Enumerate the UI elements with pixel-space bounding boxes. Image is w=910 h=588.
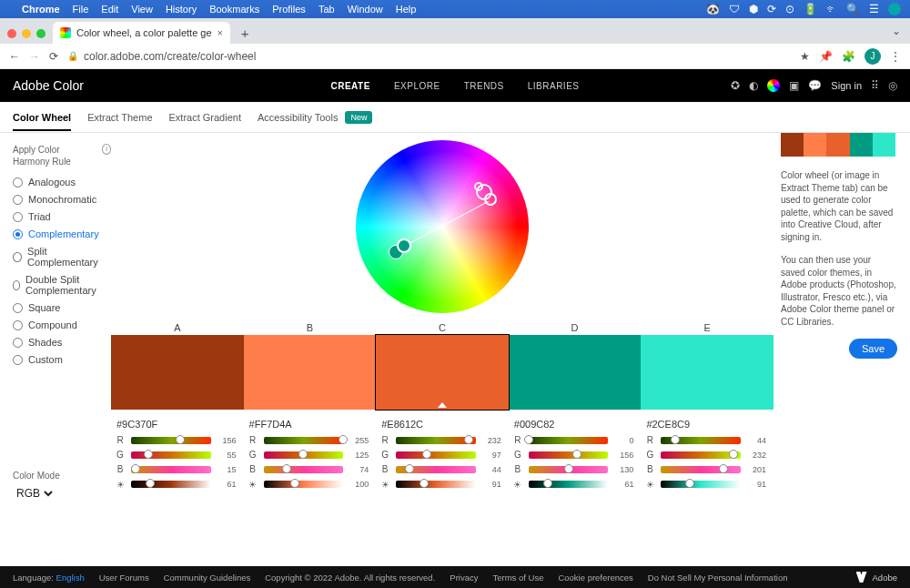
subnav-extract-theme[interactable]: Extract Theme [87, 112, 152, 123]
channel-value[interactable]: 44 [481, 465, 501, 474]
harmony-rule-split-complementary[interactable]: Split Complementary [13, 246, 111, 268]
channel-value[interactable]: 156 [217, 436, 237, 445]
footer-language[interactable]: Language: English [13, 573, 85, 583]
slider-thumb[interactable] [464, 435, 473, 444]
app-brand[interactable]: Adobe Color [13, 78, 84, 93]
channel-slider[interactable] [131, 437, 211, 444]
mini-swatch[interactable] [781, 133, 804, 157]
subnav-color-wheel[interactable]: Color Wheel [13, 112, 71, 131]
channel-value[interactable]: 201 [746, 465, 766, 474]
forward-button[interactable]: → [29, 50, 40, 63]
channel-slider[interactable] [264, 481, 344, 488]
footer-link[interactable]: Cookie preferences [558, 573, 632, 583]
channel-slider[interactable] [264, 466, 344, 473]
hex-value[interactable]: #9C370F [111, 419, 244, 430]
channel-slider[interactable] [529, 451, 609, 459]
channel-value[interactable]: 156 [613, 451, 633, 460]
slider-thumb[interactable] [729, 450, 738, 459]
channel-slider[interactable] [396, 466, 476, 473]
wheel-handle[interactable] [484, 193, 497, 206]
menu-item[interactable]: Chrome [22, 4, 60, 15]
channel-value[interactable]: 15 [217, 465, 237, 474]
harmony-rule-double-split-complementary[interactable]: Double Split Complementary [13, 274, 111, 296]
minimize-window-icon[interactable] [22, 29, 31, 38]
menu-item[interactable]: Profiles [272, 4, 306, 15]
swatch[interactable] [641, 335, 774, 410]
hex-value[interactable]: #E8612C [376, 419, 509, 430]
channel-slider[interactable] [264, 451, 344, 459]
harmony-rule-triad[interactable]: Triad [13, 211, 111, 222]
slider-thumb[interactable] [339, 435, 348, 444]
mini-swatch[interactable] [826, 133, 849, 157]
footer-link[interactable]: Privacy [450, 573, 478, 583]
wifi-icon[interactable]: ᯤ [826, 3, 837, 15]
menu-item[interactable]: Help [396, 4, 417, 15]
status-icon[interactable]: ⊙ [785, 3, 794, 15]
slider-thumb[interactable] [146, 479, 155, 488]
channel-slider[interactable] [661, 437, 741, 444]
slider-thumb[interactable] [290, 479, 299, 488]
fullscreen-window-icon[interactable] [36, 29, 46, 38]
channel-slider[interactable] [661, 451, 741, 459]
channel-slider[interactable] [661, 466, 741, 473]
footer-link[interactable]: User Forums [99, 573, 149, 583]
channel-value[interactable]: 74 [349, 465, 369, 474]
hex-value[interactable]: #2CE8C9 [641, 419, 774, 430]
channel-value[interactable]: 0 [613, 436, 633, 445]
chat-icon[interactable]: 💬 [808, 79, 822, 92]
apps-icon[interactable]: ⠿ [871, 79, 879, 92]
signin-link[interactable]: Sign in [831, 80, 862, 91]
slider-thumb[interactable] [524, 435, 533, 444]
slider-thumb[interactable] [282, 464, 291, 473]
subnav-accessibility[interactable]: Accessibility Tools [258, 112, 338, 123]
harmony-rule-monochromatic[interactable]: Monochromatic [13, 194, 111, 205]
window-controls[interactable] [7, 29, 46, 38]
status-icon[interactable]: 🐼 [706, 3, 720, 15]
slider-thumb[interactable] [685, 479, 694, 488]
channel-value[interactable]: 130 [613, 465, 633, 474]
mini-swatch[interactable] [804, 133, 826, 157]
footer-link[interactable]: Community Guidelines [164, 573, 251, 583]
lock-icon[interactable]: 🔒 [67, 51, 78, 61]
spotlight-icon[interactable]: 🔍 [846, 3, 860, 15]
menu-item[interactable]: Bookmarks [209, 4, 259, 15]
slider-thumb[interactable] [543, 479, 552, 488]
tabstrip-chevron-icon[interactable]: ⌄ [892, 25, 901, 37]
channel-slider[interactable] [396, 481, 476, 488]
pinterest-icon[interactable]: 📌 [819, 50, 833, 63]
channel-value[interactable]: 44 [746, 436, 766, 445]
browser-tab[interactable]: Color wheel, a color palette ge × [53, 22, 230, 44]
back-button[interactable]: ← [9, 50, 20, 63]
mini-swatch[interactable] [873, 133, 895, 157]
channel-slider[interactable] [529, 481, 609, 488]
close-window-icon[interactable] [7, 29, 16, 38]
nav-libraries[interactable]: LIBRARIES [528, 81, 580, 91]
channel-value[interactable]: 100 [349, 480, 369, 489]
harmony-rule-compound[interactable]: Compound [13, 319, 111, 330]
swatch[interactable] [244, 335, 377, 410]
square-icon[interactable]: ▣ [789, 79, 799, 92]
status-icon[interactable]: ⬢ [749, 3, 758, 15]
channel-slider[interactable] [396, 451, 476, 459]
harmony-rule-square[interactable]: Square [13, 302, 111, 313]
status-icon[interactable]: 🛡 [729, 3, 740, 15]
slider-thumb[interactable] [176, 435, 185, 444]
nav-trends[interactable]: TRENDS [464, 81, 504, 91]
subnav-extract-gradient[interactable]: Extract Gradient [169, 112, 241, 123]
channel-slider[interactable] [264, 437, 344, 444]
channel-slider[interactable] [661, 481, 741, 488]
channel-value[interactable]: 232 [746, 451, 766, 460]
menu-item[interactable]: Window [348, 4, 383, 15]
channel-slider[interactable] [131, 466, 211, 473]
nav-create[interactable]: CREATE [331, 81, 370, 91]
color-wheel[interactable] [356, 140, 529, 313]
slider-thumb[interactable] [144, 450, 153, 459]
status-icon[interactable]: ⟳ [767, 3, 776, 15]
footer-link[interactable]: Do Not Sell My Personal Information [648, 573, 788, 583]
channel-value[interactable]: 91 [481, 480, 501, 489]
chrome-menu-icon[interactable]: ⋮ [890, 50, 901, 63]
mini-swatch[interactable] [850, 133, 873, 157]
slider-thumb[interactable] [420, 479, 429, 488]
slider-thumb[interactable] [671, 435, 680, 444]
swatch[interactable] [509, 335, 642, 410]
